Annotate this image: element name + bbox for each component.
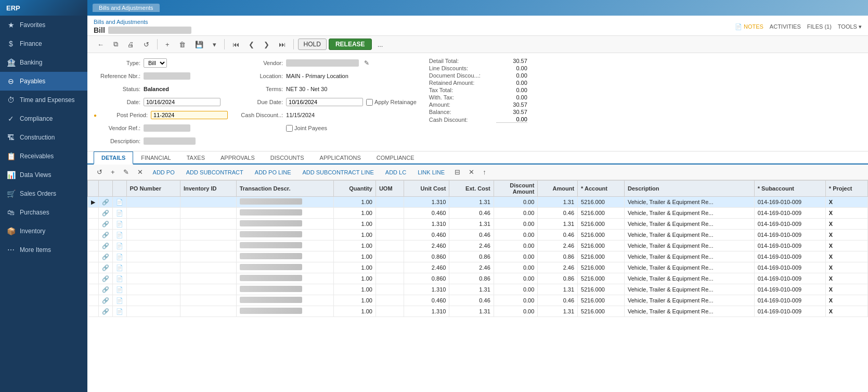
sidebar-item-payables[interactable]: ⊖ Payables: [0, 72, 87, 91]
date-input[interactable]: [144, 98, 221, 106]
add-lc-button[interactable]: ADD LC: [381, 168, 411, 177]
copy-button[interactable]: ⧉: [110, 38, 122, 50]
tab-taxes[interactable]: TAXES: [179, 151, 213, 165]
tab-approvals[interactable]: APPROVALS: [213, 151, 263, 165]
add-po-line-button[interactable]: ADD PO LINE: [250, 168, 296, 177]
col-transaction-descr[interactable]: Transaction Descr.: [236, 181, 333, 197]
type-select[interactable]: Bill: [144, 58, 167, 68]
export-button[interactable]: ✕: [465, 167, 477, 178]
add-po-button[interactable]: ADD PO: [148, 168, 179, 177]
due-date-input[interactable]: [286, 98, 363, 106]
sidebar-item-favorites[interactable]: ★ Favorites: [0, 16, 87, 34]
table-row[interactable]: 🔗📄1.000.8600.860.000.865216.000Vehicle, …: [88, 251, 868, 262]
add-subcontract-button[interactable]: ADD SUBCONTRACT: [182, 168, 248, 177]
files-button[interactable]: FILES (1): [807, 23, 832, 30]
col-subaccount[interactable]: * Subaccount: [754, 181, 825, 197]
more-button[interactable]: ...: [374, 39, 387, 50]
breadcrumb[interactable]: Bills and Adjustments: [94, 19, 191, 25]
sidebar-item-more-items[interactable]: ⋯ More Items: [0, 241, 87, 259]
cell-expand[interactable]: [88, 306, 99, 317]
col-unit-cost[interactable]: Unit Cost: [404, 181, 449, 197]
cell-expand[interactable]: ▶: [88, 197, 99, 208]
undo-button[interactable]: ↺: [140, 39, 153, 50]
col-inventory-id[interactable]: Inventory ID: [180, 181, 236, 197]
table-row[interactable]: 🔗📄1.002.4602.460.002.465216.000Vehicle, …: [88, 262, 868, 273]
tab-details[interactable]: DETAILS: [94, 151, 133, 165]
table-add-button[interactable]: +: [108, 167, 118, 178]
tools-button[interactable]: TOOLS ▾: [838, 23, 862, 30]
cell-project[interactable]: X: [825, 241, 867, 251]
cell-expand[interactable]: [88, 208, 99, 219]
top-bar-tab[interactable]: Bills and Adjustments: [93, 4, 160, 12]
cell-project[interactable]: X: [825, 251, 867, 262]
add-subcontract-line-button[interactable]: ADD SUBCONTRACT LINE: [297, 168, 378, 177]
cell-project[interactable]: X: [825, 273, 867, 284]
table-row[interactable]: 🔗📄1.001.3101.310.001.315216.000Vehicle, …: [88, 284, 868, 295]
table-row[interactable]: 🔗📄1.002.4602.460.002.465216.000Vehicle, …: [88, 241, 868, 251]
print-button[interactable]: 🖨: [124, 39, 138, 50]
save-button[interactable]: 💾: [191, 39, 207, 50]
sidebar-item-purchases[interactable]: 🛍 Purchases: [0, 203, 87, 222]
tab-financial[interactable]: FINANCIAL: [133, 151, 178, 165]
next-button[interactable]: ❯: [260, 39, 273, 50]
post-period-input[interactable]: [151, 111, 228, 119]
sidebar-item-sales-orders[interactable]: 🛒 Sales Orders: [0, 184, 87, 203]
add-button[interactable]: +: [162, 39, 173, 50]
cell-project[interactable]: X: [825, 295, 867, 306]
cell-expand[interactable]: [88, 273, 99, 284]
joint-payees-checkbox[interactable]: [286, 125, 293, 132]
table-row[interactable]: 🔗📄1.000.4600.460.000.465216.000Vehicle, …: [88, 230, 868, 241]
notes-button[interactable]: 📄 NOTES: [735, 23, 763, 30]
cell-expand[interactable]: [88, 295, 99, 306]
sidebar-item-compliance[interactable]: ✓ Compliance: [0, 109, 87, 128]
last-button[interactable]: ⏭: [275, 39, 289, 50]
table-edit-button[interactable]: ✎: [120, 167, 132, 178]
table-row[interactable]: 🔗📄1.001.3101.310.001.315216.000Vehicle, …: [88, 219, 868, 230]
delete-button[interactable]: 🗑: [175, 39, 189, 50]
sidebar-item-banking[interactable]: 🏦 Banking: [0, 53, 87, 72]
cell-expand[interactable]: [88, 241, 99, 251]
tab-compliance[interactable]: COMPLIANCE: [369, 151, 422, 165]
cell-expand[interactable]: [88, 262, 99, 273]
col-po-number[interactable]: PO Number: [126, 181, 180, 197]
col-amount[interactable]: Amount: [538, 181, 578, 197]
cell-project[interactable]: X: [825, 262, 867, 273]
activities-button[interactable]: ACTIVITIES: [770, 23, 801, 30]
col-description[interactable]: Description: [625, 181, 755, 197]
col-uom[interactable]: UOM: [375, 181, 404, 197]
sidebar-item-receivables[interactable]: 📋 Receivables: [0, 147, 87, 166]
prev-button[interactable]: ❮: [245, 39, 258, 50]
link-line-button[interactable]: LINK LINE: [413, 168, 449, 177]
cell-expand[interactable]: [88, 230, 99, 241]
cell-project[interactable]: X: [825, 219, 867, 230]
edit-vendor-icon[interactable]: ✎: [364, 59, 369, 67]
table-row[interactable]: 🔗📄1.000.4600.460.000.465216.000Vehicle, …: [88, 295, 868, 306]
col-quantity[interactable]: Quantity: [333, 181, 375, 197]
table-row[interactable]: 🔗📄1.000.8600.860.000.865216.000Vehicle, …: [88, 273, 868, 284]
first-button[interactable]: ⏮: [229, 39, 243, 50]
sidebar-item-data-views[interactable]: 📊 Data Views: [0, 166, 87, 184]
col-discount-amount[interactable]: DiscountAmount: [494, 181, 538, 197]
col-config-button[interactable]: ⊟: [451, 167, 463, 178]
cell-expand[interactable]: [88, 219, 99, 230]
tab-discounts[interactable]: DISCOUNTS: [263, 151, 312, 165]
sidebar-item-time-expenses[interactable]: ⏱ Time and Expenses: [0, 91, 87, 109]
cell-expand[interactable]: [88, 284, 99, 295]
tab-applications[interactable]: APPLICATIONS: [312, 151, 369, 165]
table-row[interactable]: 🔗📄1.001.3101.310.001.315216.000Vehicle, …: [88, 306, 868, 317]
cell-project[interactable]: X: [825, 230, 867, 241]
release-button[interactable]: RELEASE: [329, 39, 372, 50]
sidebar-item-construction[interactable]: 🏗 Construction: [0, 128, 87, 147]
cell-project[interactable]: X: [825, 284, 867, 295]
hold-button[interactable]: HOLD: [298, 39, 327, 50]
sidebar-item-inventory[interactable]: 📦 Inventory: [0, 222, 87, 241]
save-dropdown-button[interactable]: ▾: [209, 39, 220, 50]
import-button[interactable]: ↑: [480, 167, 489, 178]
table-row[interactable]: 🔗📄1.000.4600.460.000.465216.000Vehicle, …: [88, 208, 868, 219]
sidebar-item-finance[interactable]: $ Finance: [0, 34, 87, 53]
table-row[interactable]: ▶🔗📄1.001.3101.310.001.315216.000Vehicle,…: [88, 197, 868, 208]
refresh-button[interactable]: ↺: [94, 167, 106, 178]
col-project[interactable]: * Project: [825, 181, 867, 197]
cell-project[interactable]: X: [825, 197, 867, 208]
cell-expand[interactable]: [88, 251, 99, 262]
